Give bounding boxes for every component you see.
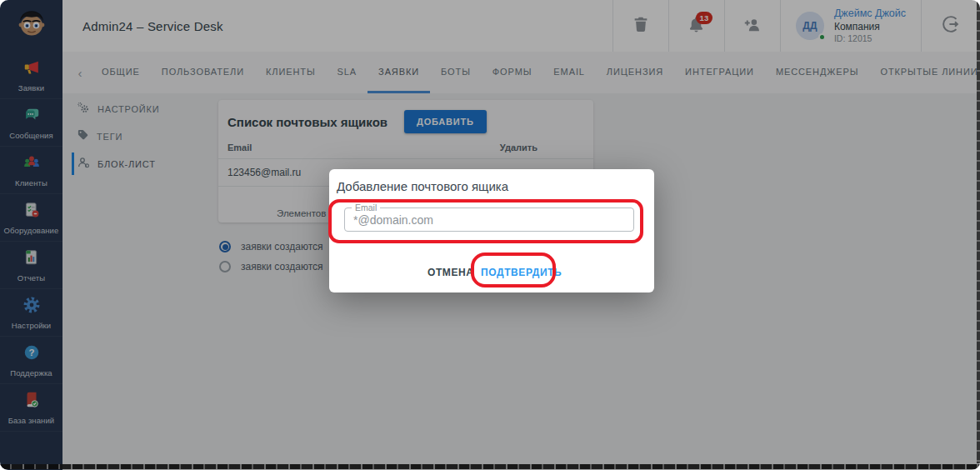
screenshot-bottom-edge-artifact — [0, 464, 980, 469]
email-input[interactable] — [353, 209, 627, 230]
email-field-outline: Email — [344, 208, 634, 232]
add-mailbox-dialog: Добавление почтового ящика Email ОТМЕНА … — [329, 169, 654, 292]
dialog-title: Добавление почтового ящика — [337, 179, 508, 193]
cancel-button[interactable]: ОТМЕНА — [425, 265, 477, 280]
confirm-button[interactable]: ПОДТВЕРДИТЬ — [478, 265, 564, 280]
screenshot-right-edge-artifact — [977, 2, 980, 463]
admin24-service-desk-screen: Admin24 – Service Desk — [0, 0, 980, 470]
